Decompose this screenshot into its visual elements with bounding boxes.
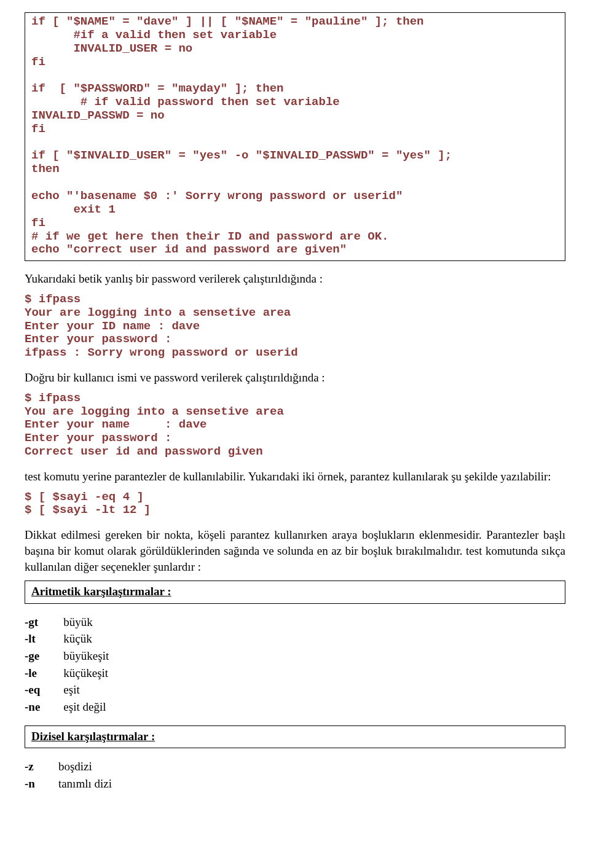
option-value: küçükeşit	[63, 665, 109, 682]
heading-box-1: Aritmetik karşılaştırmalar :	[25, 581, 565, 604]
option-key: -lt	[25, 630, 63, 647]
option-key: -le	[25, 665, 63, 682]
option-key: -z	[25, 758, 58, 775]
code-block-1: $ ifpass Your are logging into a senseti…	[25, 293, 565, 360]
paragraph-4: Dikkat edilmesi gereken bir nokta, köşel…	[25, 527, 565, 574]
table-string: -zboşdizi-ntanımlı dizi	[25, 758, 112, 792]
option-key: -eq	[25, 681, 63, 698]
option-value: eşit	[63, 681, 109, 698]
table-row: -neeşit değil	[25, 698, 109, 716]
option-value: büyükeşit	[63, 647, 109, 665]
table-arithmetic: -gtbüyük-ltküçük-gebüyükeşit-leküçükeşit…	[25, 614, 109, 716]
heading-box-2: Dizisel karşılaştırmalar :	[25, 725, 565, 749]
code-block-3: $ [ $sayi -eq 4 ] $ [ $sayi -lt 12 ]	[25, 491, 565, 518]
option-value: eşit değil	[63, 698, 109, 716]
heading-arithmetic: Aritmetik karşılaştırmalar :	[31, 584, 559, 600]
option-value: boşdizi	[58, 758, 112, 775]
option-key: -ne	[25, 698, 63, 716]
heading-string: Dizisel karşılaştırmalar :	[31, 729, 559, 745]
paragraph-1: Yukarıdaki betik yanlış bir password ver…	[25, 271, 565, 287]
option-key: -ge	[25, 647, 63, 665]
table-row: -gebüyükeşit	[25, 647, 109, 665]
table-row: -zboşdizi	[25, 758, 112, 775]
paragraph-2: Doğru bir kullanıcı ismi ve password ver…	[25, 370, 565, 386]
table-row: -ntanımlı dizi	[25, 775, 112, 792]
option-value: tanımlı dizi	[58, 775, 112, 792]
code-block-2: $ ifpass You are logging into a sensetiv…	[25, 392, 565, 459]
code-box-1: if [ "$NAME" = "dave" ] || [ "$NAME" = "…	[25, 12, 565, 261]
table-row: -leküçükeşit	[25, 665, 109, 682]
option-key: -gt	[25, 614, 63, 631]
code-box-1-content: if [ "$NAME" = "dave" ] || [ "$NAME" = "…	[31, 15, 559, 257]
paragraph-3: test komutu yerine parantezler de kullan…	[25, 469, 565, 485]
option-value: küçük	[63, 630, 109, 647]
table-row: -eqeşit	[25, 681, 109, 698]
table-row: -ltküçük	[25, 630, 109, 647]
table-row: -gtbüyük	[25, 614, 109, 631]
option-value: büyük	[63, 614, 109, 631]
option-key: -n	[25, 775, 58, 792]
